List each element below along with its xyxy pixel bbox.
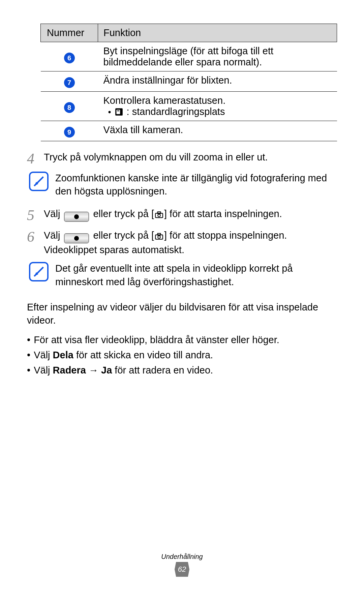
storage-location-icon [115,108,123,116]
row-number-badge: 7 [64,77,75,88]
function-table: Nummer Funktion 6 Byt inspelningsläge (f… [40,24,337,141]
col-header-number: Nummer [41,24,98,42]
bullet-dot-icon: • [108,108,111,116]
note-memory-card: Det går eventuellt inte att spela in vid… [29,262,337,288]
row-text: Ändra inställningar för blixten. [98,71,337,92]
list-item: Välj Dela för att skicka en video till a… [27,348,337,363]
step-text: Välj eller tryck på [] för att stoppa in… [44,229,337,257]
row-text: Kontrollera kamerastatusen. [103,95,332,106]
row-number-badge: 8 [64,102,75,113]
camera-key-icon [155,211,163,218]
row-sub-bullet-text: : standardlagringsplats [127,106,225,117]
svg-point-8 [158,236,160,239]
table-row: 6 Byt inspelningsläge (för att bifoga ti… [41,42,337,71]
svg-rect-1 [116,110,120,114]
after-recording-list: För att visa fler videoklipp, bläddra åt… [27,332,337,378]
row-sub-bullet: • : standardlagringsplats [103,106,332,117]
col-header-function: Funktion [98,24,337,42]
page-footer: Underhållning 62 [0,553,364,577]
svg-rect-7 [158,234,161,235]
step-number: 5 [27,207,44,223]
row-number-badge: 9 [64,127,75,138]
table-row: 7 Ändra inställningar för blixten. [41,71,337,92]
step-number: 4 [27,151,44,166]
svg-point-5 [158,214,160,217]
camera-key-icon [155,233,163,240]
step-6: 6 Välj eller tryck på [] för att stoppa … [27,229,337,257]
table-row: 8 Kontrollera kamerastatusen. • : standa… [41,92,337,121]
record-button-icon [64,233,89,243]
step-5: 5 Välj eller tryck på [] för att starta … [27,207,337,223]
note-text: Zoomfunktionen kanske inte är tillgängli… [55,172,337,198]
after-recording-paragraph: Efter inspelning av videor väljer du bil… [27,301,337,327]
svg-rect-4 [158,212,161,214]
note-icon [29,172,49,191]
row-text: Växla till kameran. [98,121,337,141]
list-item: För att visa fler videoklipp, bläddra åt… [27,332,337,348]
table-row: 9 Växla till kameran. [41,121,337,141]
row-text: Byt inspelningsläge (för att bifoga till… [98,42,337,71]
step-text: Välj eller tryck på [] för att starta in… [44,207,337,223]
step-4: 4 Tryck på volymknappen om du vill zooma… [27,151,337,166]
footer-page-number: 62 [175,562,189,577]
list-item: Välj Radera → Ja för att radera en video… [27,363,337,378]
note-zoom: Zoomfunktionen kanske inte är tillgängli… [29,172,337,198]
record-button-icon [64,212,89,222]
note-icon [29,262,49,281]
svg-rect-2 [117,110,119,111]
row-number-badge: 6 [64,53,75,63]
footer-category: Underhållning [0,553,364,561]
note-text: Det går eventuellt inte att spela in vid… [55,262,337,288]
step-number: 6 [27,229,44,257]
step-text: Tryck på volymknappen om du vill zooma i… [44,151,337,166]
